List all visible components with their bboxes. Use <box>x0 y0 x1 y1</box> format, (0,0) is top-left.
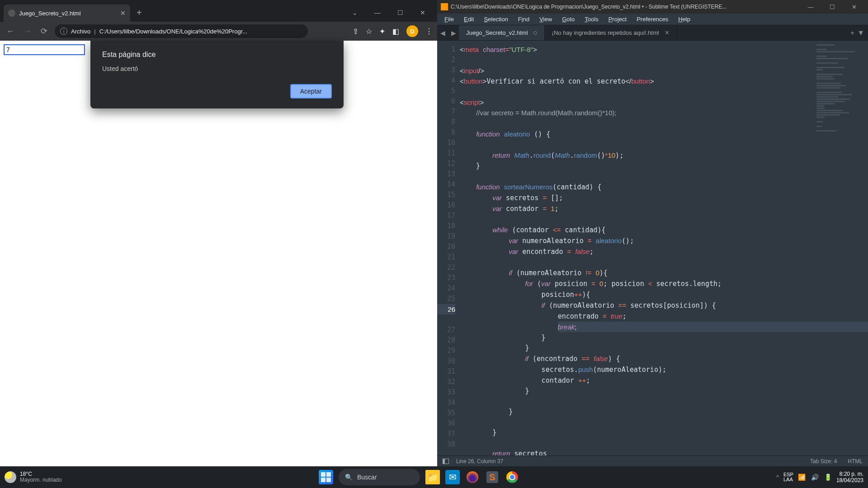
modified-indicator-icon <box>533 31 537 35</box>
mail-icon[interactable]: ✉ <box>445 470 460 484</box>
menu-project[interactable]: Project <box>604 14 631 24</box>
chrome-close-button[interactable]: ✕ <box>412 6 434 19</box>
omnibox-url: C:/Users/lilbe/Downloads/ONE/Logica%20de… <box>99 28 247 35</box>
sublime-menu-bar: File Edit Selection Find View Goto Tools… <box>437 14 868 25</box>
keyboard-layout[interactable]: ESP LAA <box>783 472 793 482</box>
tab-nav-back[interactable]: ◀ <box>437 25 448 40</box>
sublime-title-text: C:\Users\lilbe\Downloads\ONE\Logica de P… <box>451 4 726 10</box>
bookmark-icon[interactable]: ☆ <box>366 27 372 36</box>
line-gutter: 1234567891011121314151617181920212223242… <box>437 41 460 455</box>
editor-tab-juego-secreto[interactable]: Juego_Secreto_v2.html <box>459 25 545 40</box>
menu-file[interactable]: File <box>440 14 458 24</box>
chrome-maximize-button[interactable]: ☐ <box>389 6 411 19</box>
extensions-icon[interactable]: ✦ <box>379 27 385 36</box>
menu-edit[interactable]: Edit <box>459 14 478 24</box>
omnibox-label: Archivo <box>71 28 90 35</box>
site-info-icon[interactable]: i <box>60 28 67 35</box>
new-tab-button[interactable]: + <box>130 4 148 22</box>
tab-nav-forward[interactable]: ▶ <box>448 25 459 40</box>
browser-tab[interactable]: Juego_Secreto_v2.html ✕ <box>4 5 130 22</box>
secret-number-input[interactable] <box>4 44 85 55</box>
tray-chevron-icon[interactable]: ^ <box>776 474 779 480</box>
forward-button[interactable]: → <box>22 25 33 38</box>
menu-help[interactable]: Help <box>674 14 695 24</box>
editor-tab-ingredientes[interactable]: ¡No hay ingredientes repetidos aqui!.htm… <box>545 25 677 40</box>
tab-dropdown-icon[interactable]: ▼ <box>857 29 864 37</box>
sublime-maximize-button[interactable]: ☐ <box>822 0 843 14</box>
sublime-minimize-button[interactable]: — <box>800 0 821 14</box>
status-tabsize[interactable]: Tab Size: 4 <box>810 458 837 465</box>
start-button[interactable] <box>319 470 333 484</box>
tab-close-icon[interactable]: ✕ <box>120 9 126 17</box>
dialog-title: Esta página dice <box>102 51 332 59</box>
tab-title: Juego_Secreto_v2.html <box>19 10 81 17</box>
windows-taskbar: 18°C Mayorm. nublado 🔍 Buscar 📁 ✉ S ^ ES… <box>0 466 868 488</box>
dialog-accept-button[interactable]: Aceptar <box>290 84 332 99</box>
chrome-chevron-icon[interactable]: ⌄ <box>344 6 366 19</box>
back-button[interactable]: ← <box>5 25 16 38</box>
chrome-taskbar-icon[interactable] <box>505 470 519 484</box>
weather-icon <box>5 471 16 483</box>
sublime-title-bar: C:\Users\lilbe\Downloads\ONE\Logica de P… <box>437 0 868 14</box>
chrome-menu-icon[interactable]: ⋮ <box>425 27 433 36</box>
weather-desc: Mayorm. nublado <box>20 477 62 483</box>
status-line-col: Line 26, Column 37 <box>456 458 503 465</box>
volume-icon[interactable]: 🔊 <box>811 474 819 481</box>
new-tab-icon[interactable]: + <box>850 29 854 37</box>
favicon-icon <box>8 9 15 17</box>
firefox-icon[interactable] <box>465 470 480 484</box>
menu-view[interactable]: View <box>535 14 557 24</box>
menu-selection[interactable]: Selection <box>479 14 512 24</box>
js-alert-dialog: Esta página dice Usted acertó Aceptar <box>90 41 344 108</box>
menu-goto[interactable]: Goto <box>557 14 579 24</box>
clock[interactable]: 8:20 p. m. 18/04/2023 <box>836 471 863 484</box>
sublime-close-button[interactable]: ✕ <box>844 0 864 14</box>
tab-close-icon[interactable]: ✕ <box>665 29 670 36</box>
share-icon[interactable]: ⇪ <box>353 27 359 36</box>
sublime-status-bar: Line 26, Column 37 Tab Size: 4 HTML <box>437 455 868 466</box>
explorer-icon[interactable]: 📁 <box>425 470 440 484</box>
sublime-app-icon <box>441 3 448 10</box>
minimap[interactable] <box>816 44 862 162</box>
omnibox[interactable]: i Archivo | C:/Users/lilbe/Downloads/ONE… <box>55 24 308 38</box>
menu-tools[interactable]: Tools <box>580 14 603 24</box>
status-syntax[interactable]: HTML <box>848 458 863 465</box>
search-icon: 🔍 <box>345 474 353 481</box>
dialog-message: Usted acertó <box>102 65 332 72</box>
sidepanel-icon[interactable]: ◧ <box>392 27 399 36</box>
taskbar-search[interactable]: 🔍 Buscar <box>339 469 420 485</box>
menu-preferences[interactable]: Preferences <box>632 14 673 24</box>
menu-find[interactable]: Find <box>514 14 534 24</box>
sublime-taskbar-icon[interactable]: S <box>485 470 500 484</box>
profile-avatar[interactable]: D <box>406 25 418 37</box>
code-editor[interactable]: <meta charset="UTF-8"> <input/> <button>… <box>460 41 868 455</box>
reload-button[interactable]: ⟳ <box>39 24 49 38</box>
chrome-minimize-button[interactable]: — <box>367 6 388 19</box>
sidebar-toggle-icon[interactable] <box>443 459 449 464</box>
page-content: Esta página dice Usted acertó Aceptar <box>0 41 437 466</box>
battery-icon[interactable]: 🔋 <box>824 474 832 481</box>
weather-widget[interactable]: 18°C Mayorm. nublado <box>5 471 62 483</box>
wifi-icon[interactable]: 📶 <box>798 474 806 481</box>
